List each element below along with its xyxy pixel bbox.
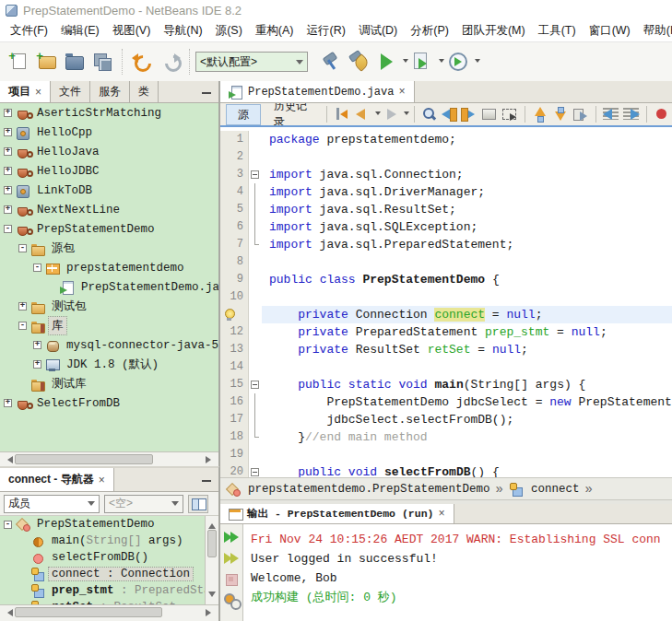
back-dropdown-icon[interactable] <box>375 111 381 118</box>
editor-tab[interactable]: PrepStatementDemo.java × <box>220 81 415 102</box>
code-line[interactable]: 8 <box>220 253 672 271</box>
tree-item[interactable]: +LinkToDB <box>0 181 218 200</box>
scroll-right-icon[interactable] <box>206 456 215 463</box>
panel-tab[interactable]: 文件 <box>51 81 90 102</box>
source-view-button[interactable]: 源 <box>226 104 261 125</box>
code-line[interactable]: 16 PrepStatementDemo jdbcSelect = new Pr… <box>220 393 672 411</box>
output-tab[interactable]: 输出 - PrepStatementDemo (run) × <box>220 504 454 523</box>
output-console[interactable]: Fri Nov 24 10:15:26 AEDT 2017 WARN: Esta… <box>243 524 672 621</box>
tree-item[interactable]: +SelectFromDB <box>0 393 218 413</box>
expand-toggle[interactable]: + <box>4 399 12 407</box>
code-line[interactable]: 10 <box>220 288 672 306</box>
navigator-view-select[interactable]: 成员 <box>4 495 100 513</box>
tree-item[interactable]: -源包 <box>0 239 218 258</box>
expand-toggle[interactable]: - <box>18 244 27 252</box>
shift-right-button[interactable] <box>622 105 641 123</box>
tree-item[interactable]: -prepstatementdemo <box>0 258 218 277</box>
menu-item[interactable]: 调试(D) <box>352 20 404 41</box>
menu-item[interactable]: 编辑(E) <box>54 20 106 41</box>
expand-toggle[interactable]: + <box>4 128 12 136</box>
stop-button[interactable] <box>222 570 241 589</box>
find-next-button[interactable] <box>460 105 478 123</box>
undo-button[interactable] <box>129 49 155 75</box>
code-line[interactable]: 17 jdbcSelect.selectFromDB(); <box>220 411 672 428</box>
panel-tab[interactable]: 类 <box>130 81 159 102</box>
close-icon[interactable]: × <box>99 474 105 486</box>
minimize-button[interactable] <box>200 474 213 486</box>
projects-horizontal-scrollbar[interactable] <box>0 451 218 466</box>
expand-toggle[interactable]: + <box>4 167 12 175</box>
expand-toggle[interactable]: + <box>33 360 41 369</box>
build-project-button[interactable] <box>318 49 344 75</box>
save-all-button[interactable] <box>89 49 115 75</box>
close-icon[interactable]: × <box>35 86 41 99</box>
menu-item[interactable]: 分析(P) <box>404 20 455 41</box>
find-button[interactable] <box>419 105 438 123</box>
navigator-vertical-scrollbar[interactable] <box>205 516 218 604</box>
tree-item[interactable]: main(String[] args) <box>0 533 205 549</box>
minimize-button[interactable] <box>200 86 213 99</box>
tree-item[interactable]: +JDK 1.8 (默认) <box>0 355 218 374</box>
tree-item[interactable]: +测试包 <box>0 297 218 316</box>
tree-item[interactable]: selectFromDB() <box>0 549 205 566</box>
code-line[interactable]: 15 public static void main(String[] args… <box>220 376 672 393</box>
next-bookmark-button[interactable] <box>551 105 570 123</box>
code-line[interactable]: private Connection connect = null; <box>220 306 672 323</box>
scrollbar-thumb[interactable] <box>15 607 162 617</box>
clean-build-button[interactable] <box>346 49 371 75</box>
toggle-rectangular-selection-button[interactable] <box>501 105 519 123</box>
run-dropdown-icon[interactable] <box>403 59 408 65</box>
close-icon[interactable]: × <box>398 86 405 99</box>
expand-toggle[interactable]: + <box>4 205 12 214</box>
scroll-left-icon[interactable] <box>4 456 13 463</box>
expand-toggle[interactable]: - <box>18 322 27 330</box>
expand-toggle[interactable]: + <box>4 147 12 156</box>
code-line[interactable]: 2 <box>220 148 672 166</box>
expand-toggle[interactable]: + <box>18 302 27 310</box>
find-previous-button[interactable] <box>440 105 458 123</box>
panel-tab[interactable]: 项目× <box>0 81 51 102</box>
forward-button[interactable] <box>382 105 400 123</box>
tree-item[interactable]: -PrepStatementDemo <box>0 219 218 239</box>
menu-item[interactable]: 源(S) <box>209 20 249 41</box>
code-line[interactable]: 12 private PreparedStatement prep_stmt =… <box>220 323 672 341</box>
history-view-button[interactable]: 历史记录 <box>265 103 322 127</box>
run-configuration-select[interactable]: <默认配置> <box>195 52 308 72</box>
tree-item[interactable]: -PrepStatementDemo <box>0 516 205 533</box>
code-editor[interactable]: 1package prepstatementdemo;23import java… <box>220 127 672 477</box>
menu-item[interactable]: 工具(T) <box>532 20 583 41</box>
scrollbar-thumb[interactable] <box>15 454 153 464</box>
run-project-button[interactable] <box>373 49 399 75</box>
fold-collapse-icon[interactable] <box>251 381 259 389</box>
profile-project-button[interactable] <box>445 49 471 75</box>
code-line[interactable]: 14 <box>220 358 672 376</box>
code-line[interactable]: 4import java.sql.DriverManager; <box>220 183 672 201</box>
code-line[interactable]: 20 public void selectFromDB() { <box>220 463 672 477</box>
menu-item[interactable]: 视图(V) <box>106 20 158 41</box>
open-project-button[interactable] <box>62 49 88 75</box>
menu-item[interactable]: 文件(F) <box>4 20 54 41</box>
navigator-tab[interactable]: connect - 导航器 × <box>0 468 114 491</box>
tree-item[interactable]: +HelloCpp <box>0 123 218 142</box>
scroll-down-icon[interactable] <box>208 592 216 601</box>
scroll-left-icon[interactable] <box>4 609 13 616</box>
navigator-horizontal-scrollbar[interactable] <box>0 604 218 619</box>
breadcrumb-class[interactable]: prepstatementdemo.PrepStatementDemo <box>248 483 490 496</box>
previous-bookmark-button[interactable] <box>531 105 549 123</box>
expand-toggle[interactable]: + <box>33 341 41 349</box>
code-line[interactable]: 9public class PrepStatementDemo { <box>220 271 672 288</box>
tree-item[interactable]: +HelloJDBC <box>0 161 218 181</box>
fold-margin[interactable] <box>249 376 262 393</box>
hint-lightbulb-icon[interactable] <box>224 309 234 319</box>
debug-dropdown-icon[interactable] <box>439 59 444 65</box>
next-suggestion-button[interactable] <box>572 105 590 123</box>
new-project-button[interactable] <box>34 49 60 75</box>
menu-item[interactable]: 导航(N) <box>157 20 208 41</box>
expand-toggle[interactable]: - <box>33 264 41 272</box>
breadcrumb-field[interactable]: connect <box>531 483 580 496</box>
redo-button[interactable] <box>157 49 183 75</box>
tree-item[interactable]: +NextNextLine <box>0 200 218 219</box>
fold-collapse-icon[interactable] <box>251 170 259 179</box>
tree-item[interactable]: +AserticStrMatching <box>0 103 218 123</box>
rerun-button[interactable] <box>222 528 241 546</box>
